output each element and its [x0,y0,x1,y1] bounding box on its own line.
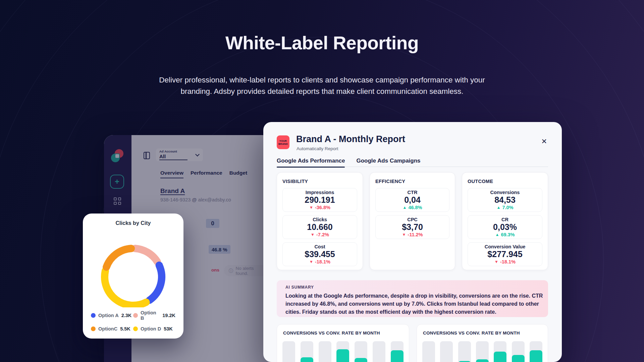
report-modal: YOUR BRAND Brand A - Monthly Report Auto… [263,122,562,362]
legend-item: Option B 19.2K [133,310,175,321]
legend-dot-icon [133,313,138,318]
bar [476,341,489,362]
page-subtitle-line2: branding. Adsby provides detailed report… [0,86,644,97]
bar [391,341,404,362]
page-subtitle: Deliver professional, white-label report… [0,74,644,97]
metric-delta: ▲ 69.3% [495,232,515,237]
bar [355,341,367,362]
conversions-chart-1: CONVERSIONS VS CONV. RATE BY MONTH [277,324,409,362]
metric-delta: ▼ -36.8% [309,205,330,210]
donut-segment-option-a [150,265,162,300]
ai-summary-panel: AI SUMMARY Looking at the Google Ads per… [277,280,548,317]
metric-tile: CPC $3,70 ▼ -11.2% [375,215,449,239]
legend-dot-icon [91,313,96,318]
donut-segment-option-d [105,271,146,305]
charts-row: CONVERSIONS VS CONV. RATE BY MONTH CONVE… [277,324,548,362]
bar [301,341,313,362]
close-icon[interactable]: ✕ [541,137,547,145]
bar [458,341,471,362]
section-efficiency: EFFICIENCY CTR 0,04 ▲ 46.8% CPC $3,70 ▼ … [370,172,455,270]
bar [373,341,385,362]
metric-delta: ▲ 46.8% [402,205,422,210]
metric-delta: ▲ 7.0% [497,205,514,210]
page-title: White-Label Reporting [0,32,644,54]
legend-dot-icon [91,326,96,331]
donut-legend: Option A 2.3K Option B 19.2K OptionC 5.5… [91,310,175,331]
bar [422,341,435,362]
clicks-by-city-card: Clicks by City Option A 2.3K Option B 19… [83,214,183,339]
bar [440,341,453,362]
metric-tile: Cost $39.455 ▼ -18.1% [282,242,357,266]
metric-tile: Impressions 290.191 ▼ -36.8% [282,188,357,212]
metric-tile: Conversions 84,53 ▲ 7.0% [468,188,542,212]
metric-delta: ▼ -11.2% [402,232,423,237]
section-outcome: OUTCOME Conversions 84,53 ▲ 7.0% CR 0,03… [462,172,548,270]
tab-google-ads-performance[interactable]: Google Ads Performance [277,158,345,168]
metric-tile: CTR 0,04 ▲ 46.8% [375,188,449,212]
metric-delta: ▼ -7.2% [311,232,329,237]
ai-summary-label: AI SUMMARY [285,285,539,290]
section-visibility: VISIBILITY Impressions 290.191 ▼ -36.8% … [277,172,363,270]
conversions-chart-2: CONVERSIONS VS CONV. RATE BY MONTH [417,324,548,362]
tab-google-ads-campaigns[interactable]: Google Ads Campaigns [356,158,420,168]
metric-delta: ▼ -18.1% [309,259,330,264]
metric-delta: ▼ -18.1% [494,259,516,264]
donut-segment-option-b [135,248,157,262]
ai-summary-text: Looking at the Google Ads performance, d… [285,292,544,316]
bar [530,341,542,362]
legend-item: OptionC 5.5K [91,326,133,331]
bar [494,341,506,362]
page: { "hero": { "title": "White-Label Report… [0,0,644,362]
bar [336,341,349,362]
report-title: Brand A - Monthly Report [296,134,405,144]
bar [282,341,295,362]
report-tabs: Google Ads Performance Google Ads Campai… [277,158,421,168]
donut-segment-option-c [106,248,131,267]
bar [512,341,525,362]
metric-tile: Clicks 10.660 ▼ -7.2% [282,215,357,239]
bar [319,341,331,362]
page-subtitle-line1: Deliver professional, white-label report… [0,74,644,86]
donut-chart [83,220,183,307]
report-subtitle: Automatically Report [297,146,338,151]
your-brand-logo: YOUR BRAND [277,135,289,149]
metric-tile: CR 0,03% ▲ 69.3% [468,215,542,239]
legend-dot-icon [133,326,138,331]
legend-item: Option D 53K [133,326,175,331]
metric-sections: VISIBILITY Impressions 290.191 ▼ -36.8% … [277,172,548,270]
legend-item: Option A 2.3K [91,310,133,321]
metric-tile: Conversion Value $277.945 ▼ -18.1% [468,242,542,266]
